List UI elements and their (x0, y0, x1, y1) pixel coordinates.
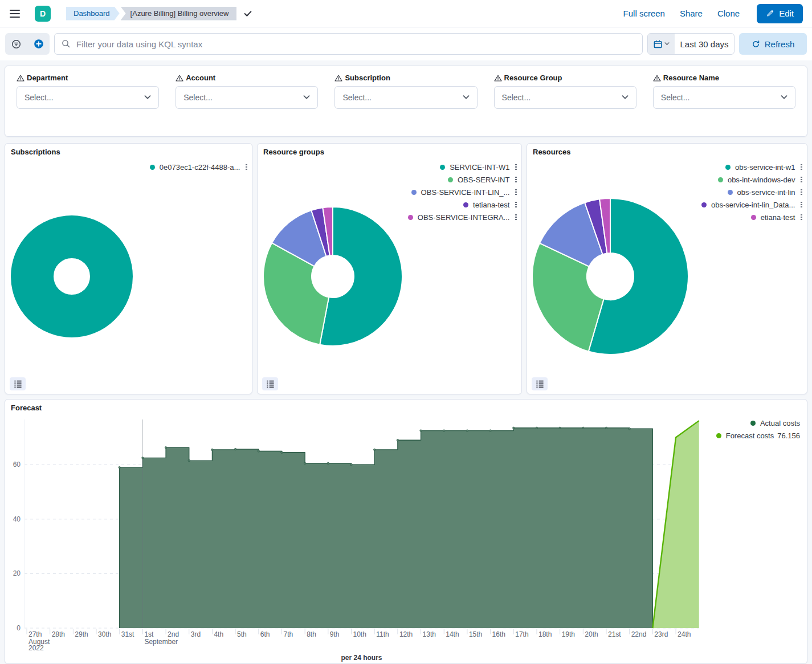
chevron-down-icon (303, 95, 310, 100)
svg-text:60: 60 (13, 461, 21, 469)
kql-search-input[interactable] (76, 39, 635, 49)
legend-color-dot (448, 177, 453, 182)
legend-toggle-button[interactable] (262, 377, 278, 390)
svg-text:13th: 13th (423, 630, 436, 638)
pencil-icon (766, 9, 774, 18)
legend-item-menu-icon[interactable] (801, 164, 802, 170)
breadcrumb: Dashboard [Azure Billing] Billing overvi… (66, 7, 252, 21)
legend-item-menu-icon[interactable] (515, 164, 517, 170)
svg-text:per 24 hours: per 24 hours (341, 654, 382, 662)
legend-item[interactable]: obs-service-int-lin (701, 186, 802, 198)
svg-text:7th: 7th (283, 630, 293, 638)
legend-label: OBS-SERVICE-INT-LIN_... (421, 188, 510, 197)
add-filter-button[interactable] (27, 33, 50, 55)
pie-panels-row: Subscriptions 0e073ec1-c22f-4488-a... Re… (5, 143, 807, 394)
edit-button-label: Edit (779, 9, 794, 18)
date-range-picker: Last 30 days (647, 33, 735, 55)
plus-circle-icon (34, 39, 44, 49)
svg-text:17th: 17th (515, 630, 528, 638)
date-quick-select-button[interactable] (648, 34, 675, 54)
legend-color-dot (150, 165, 155, 170)
legend-item[interactable]: obs-int-windows-dev (701, 173, 802, 186)
legend-item[interactable]: etiana-test (701, 211, 802, 223)
legend-label: etiana-test (761, 213, 795, 222)
date-range-value[interactable]: Last 30 days (675, 34, 734, 54)
svg-text:8th: 8th (307, 630, 316, 638)
svg-text:4th: 4th (214, 630, 223, 638)
legend-item[interactable]: SERVICE-INT-W1 (408, 161, 517, 173)
list-icon (266, 380, 275, 388)
refresh-button-label: Refresh (765, 39, 795, 49)
legend: SERVICE-INT-W1OBS-SERV-INTOBS-SERVICE-IN… (408, 161, 517, 223)
warning-icon (176, 75, 183, 82)
legend-item-menu-icon[interactable] (246, 164, 247, 170)
legend-color-dot (440, 165, 445, 170)
legend-item[interactable]: obs-service-int-lin_Data... (701, 198, 802, 211)
control-resource-name: Resource NameSelect... (653, 74, 795, 109)
saved-query-button[interactable] (5, 33, 27, 55)
svg-text:16th: 16th (492, 630, 505, 638)
svg-text:1st: 1st (144, 630, 154, 638)
clone-link[interactable]: Clone (717, 9, 740, 18)
edit-button[interactable]: Edit (757, 4, 803, 23)
query-bar: Last 30 days Refresh (0, 27, 812, 60)
legend-item[interactable]: tetiana-test (408, 198, 517, 211)
refresh-button[interactable]: Refresh (739, 33, 807, 55)
legend-item[interactable]: 0e073ec1-c22f-4488-a... (150, 161, 247, 173)
breadcrumb-current-page: [Azure Billing] Billing overview (121, 7, 237, 21)
kql-search-box (54, 33, 643, 55)
legend-item-menu-icon[interactable] (515, 177, 517, 183)
resource-group-select[interactable]: Select... (494, 86, 636, 109)
legend-toggle-button[interactable] (10, 377, 26, 390)
subscriptions-donut-chart[interactable] (10, 214, 134, 341)
legend-item[interactable]: obs-service-int-w1 (701, 161, 802, 173)
warning-icon (334, 75, 342, 82)
resource-groups-donut-chart[interactable] (262, 206, 403, 349)
subscriptions-panel: Subscriptions 0e073ec1-c22f-4488-a... (5, 143, 252, 394)
legend-item-menu-icon[interactable] (515, 214, 517, 221)
legend-toggle-button[interactable] (532, 377, 548, 390)
legend-item[interactable]: OBS-SERV-INT (408, 173, 517, 186)
svg-text:5th: 5th (237, 630, 247, 638)
svg-text:27th: 27th (28, 630, 42, 638)
svg-text:6th: 6th (260, 630, 270, 638)
legend-color-dot (725, 165, 731, 170)
legend-color-dot (751, 215, 756, 220)
list-icon (536, 380, 544, 388)
warning-icon (494, 75, 502, 82)
svg-text:14th: 14th (446, 630, 459, 638)
resource-name-select[interactable]: Select... (653, 86, 795, 109)
department-select[interactable]: Select... (17, 86, 159, 109)
legend-item-menu-icon[interactable] (801, 189, 802, 195)
full-screen-link[interactable]: Full screen (623, 9, 665, 18)
resources-donut-chart[interactable] (531, 197, 689, 358)
panel-title: Resource groups (263, 148, 324, 156)
svg-text:18th: 18th (538, 630, 552, 638)
legend-color-dot (718, 177, 723, 182)
svg-text:30th: 30th (98, 630, 111, 638)
legend-color-dot (411, 190, 417, 195)
svg-text:40: 40 (13, 515, 21, 523)
legend-item[interactable]: OBS-SERVICE-INT-LIN_... (408, 186, 517, 198)
legend-item-menu-icon[interactable] (515, 189, 517, 195)
dashboard-grid: DepartmentSelect...AccountSelect...Subsc… (0, 60, 812, 664)
subscription-select[interactable]: Select... (334, 86, 477, 109)
menu-button[interactable] (9, 9, 21, 18)
control-account: AccountSelect... (176, 74, 318, 109)
svg-text:9th: 9th (330, 630, 340, 638)
account-select[interactable]: Select... (176, 86, 318, 109)
legend-label: obs-service-int-lin (737, 188, 795, 197)
share-link[interactable]: Share (680, 9, 703, 18)
legend-item-menu-icon[interactable] (515, 202, 517, 208)
svg-text:31st: 31st (121, 630, 134, 638)
svg-text:10th: 10th (353, 630, 366, 638)
legend-item[interactable]: OBS-SERVICE-INTEGRA... (408, 211, 517, 223)
list-icon (14, 380, 22, 388)
check-icon[interactable] (244, 10, 252, 17)
legend-item-menu-icon[interactable] (801, 177, 802, 183)
legend-item-menu-icon[interactable] (801, 214, 802, 221)
legend-item-menu-icon[interactable] (801, 202, 802, 208)
svg-text:September: September (144, 638, 178, 646)
space-avatar[interactable]: D (35, 6, 51, 22)
breadcrumb-dashboard[interactable]: Dashboard (66, 7, 120, 21)
